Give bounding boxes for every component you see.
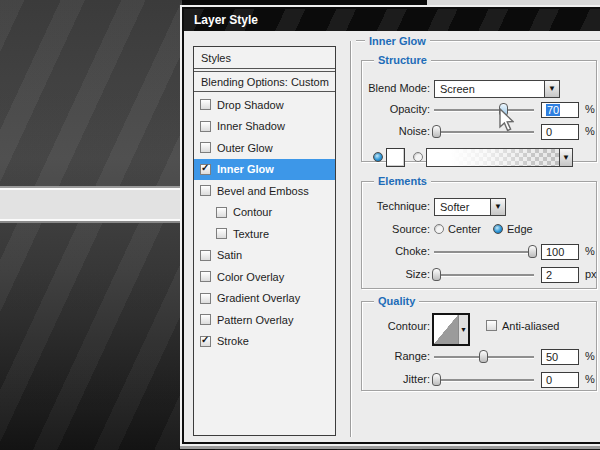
panel-divider	[350, 41, 352, 437]
size-label: Size:	[362, 268, 430, 280]
size-unit: px	[585, 268, 597, 280]
opacity-label: Opacity:	[362, 103, 430, 115]
inner-glow-heading-label: Inner Glow	[369, 35, 426, 47]
jitter-label: Jitter:	[362, 373, 430, 385]
dialog-frame: Layer Style Styles Blending Options: Cus…	[182, 7, 600, 444]
style-item-texture[interactable]: Texture	[194, 223, 335, 245]
checkbox-contour[interactable]	[216, 207, 227, 218]
checkbox-outer-glow[interactable]	[200, 142, 211, 153]
layer-style-dialog: Layer Style Styles Blending Options: Cus…	[180, 5, 600, 446]
choke-unit: %	[585, 245, 595, 257]
gradient-preview[interactable]	[427, 149, 559, 166]
source-label: Source:	[362, 223, 430, 235]
style-item-pattern-overlay[interactable]: Pattern Overlay	[194, 309, 335, 331]
style-item-label: Satin	[217, 249, 242, 261]
range-unit: %	[585, 350, 595, 362]
style-item-label: Color Overlay	[217, 271, 284, 283]
checkbox-satin[interactable]	[200, 250, 211, 261]
chevron-down-icon[interactable]: ▼	[490, 199, 505, 215]
noise-slider-thumb[interactable]	[432, 125, 441, 138]
dialog-content: Styles Blending Options: Custom Drop Sha…	[184, 31, 600, 442]
style-item-gradient-overlay[interactable]: Gradient Overlay	[194, 288, 335, 310]
noise-unit: %	[585, 125, 595, 137]
jitter-slider-track[interactable]	[434, 379, 534, 381]
gradient-picker[interactable]: ▼	[426, 148, 573, 167]
mouse-cursor-icon	[496, 107, 514, 133]
size-slider-thumb[interactable]	[432, 268, 441, 281]
checkbox-texture[interactable]	[216, 228, 227, 239]
noise-label: Noise:	[362, 125, 430, 137]
style-item-outer-glow[interactable]: Outer Glow	[194, 137, 335, 159]
style-item-drop-shadow[interactable]: Drop Shadow	[194, 94, 335, 116]
source-center-radio[interactable]	[434, 224, 444, 234]
checkbox-gradient-overlay[interactable]	[200, 293, 211, 304]
source-edge-label[interactable]: Edge	[507, 223, 533, 235]
blending-options-item[interactable]: Blending Options: Custom	[194, 71, 335, 92]
choke-slider-thumb[interactable]	[528, 245, 537, 258]
color-radio[interactable]	[373, 152, 383, 162]
quality-legend: Quality	[374, 295, 419, 308]
source-edge-radio[interactable]	[493, 224, 503, 234]
chevron-down-icon[interactable]: ▼	[559, 149, 572, 166]
style-item-label: Contour	[233, 206, 272, 218]
style-item-label: Inner Shadow	[217, 120, 285, 132]
style-item-bevel-and-emboss[interactable]: Bevel and Emboss	[194, 180, 335, 202]
opacity-unit: %	[585, 103, 595, 115]
technique-label: Technique:	[362, 200, 430, 212]
source-center-label[interactable]: Center	[448, 223, 481, 235]
jitter-unit: %	[585, 373, 595, 385]
checkbox-drop-shadow[interactable]	[200, 99, 211, 110]
elements-legend: Elements	[374, 175, 431, 188]
contour-thumbnail-icon[interactable]	[434, 315, 458, 344]
jitter-input[interactable]: 0	[541, 372, 579, 388]
choke-input[interactable]: 100	[541, 244, 579, 260]
elements-group: Elements Technique: Softer ▼ Source: Cen…	[361, 181, 597, 289]
style-item-label: Pattern Overlay	[217, 314, 293, 326]
style-item-contour[interactable]: Contour	[194, 202, 335, 224]
inner-glow-heading: Inner Glow	[356, 35, 600, 47]
style-item-label: Drop Shadow	[217, 99, 284, 111]
blend-mode-select[interactable]: Screen ▼	[434, 80, 560, 98]
range-label: Range:	[362, 350, 430, 362]
blend-mode-label: Blend Mode:	[362, 82, 430, 94]
dialog-titlebar[interactable]: Layer Style	[184, 9, 600, 31]
size-input[interactable]: 2	[541, 267, 579, 283]
style-item-inner-glow[interactable]: ✓ Inner Glow	[194, 159, 335, 181]
choke-slider-track[interactable]	[434, 251, 534, 253]
checkbox-bevel-and-emboss[interactable]	[200, 185, 211, 196]
checkbox-stroke[interactable]: ✓	[200, 336, 211, 347]
heading-rule-right	[430, 40, 600, 42]
chevron-down-icon[interactable]: ▼	[544, 81, 559, 97]
range-input[interactable]: 50	[541, 349, 579, 365]
style-item-stroke[interactable]: ✓ Stroke	[194, 331, 335, 353]
contour-label: Contour:	[362, 320, 430, 332]
anti-aliased-label[interactable]: Anti-aliased	[502, 320, 559, 332]
checkbox-inner-glow[interactable]: ✓	[200, 164, 211, 175]
technique-select[interactable]: Softer ▼	[434, 198, 506, 216]
technique-value: Softer	[440, 201, 469, 213]
gradient-radio[interactable]	[413, 152, 423, 162]
styles-header[interactable]: Styles	[194, 47, 335, 69]
checkbox-pattern-overlay[interactable]	[200, 314, 211, 325]
checkbox-inner-shadow[interactable]	[200, 121, 211, 132]
style-item-satin[interactable]: Satin	[194, 245, 335, 267]
blend-mode-value: Screen	[440, 83, 475, 95]
size-slider-track[interactable]	[434, 274, 534, 276]
dialog-title: Layer Style	[194, 13, 258, 27]
style-item-label: Texture	[233, 228, 269, 240]
opacity-input[interactable]: 70	[541, 102, 579, 118]
style-item-label: Inner Glow	[217, 163, 274, 175]
style-item-color-overlay[interactable]: Color Overlay	[194, 266, 335, 288]
jitter-slider-thumb[interactable]	[432, 373, 441, 386]
contour-picker[interactable]: ▼	[432, 313, 470, 346]
noise-slider-track[interactable]	[434, 131, 534, 133]
noise-input[interactable]: 0	[541, 124, 579, 140]
chevron-down-icon[interactable]: ▼	[458, 315, 468, 344]
glow-color-swatch[interactable]	[386, 148, 405, 167]
range-slider-thumb[interactable]	[479, 350, 488, 363]
checkbox-color-overlay[interactable]	[200, 271, 211, 282]
styles-list: Styles Blending Options: Custom Drop Sha…	[193, 46, 336, 436]
anti-aliased-checkbox[interactable]	[486, 320, 497, 331]
opacity-slider-track[interactable]	[434, 109, 534, 111]
style-item-inner-shadow[interactable]: Inner Shadow	[194, 116, 335, 138]
